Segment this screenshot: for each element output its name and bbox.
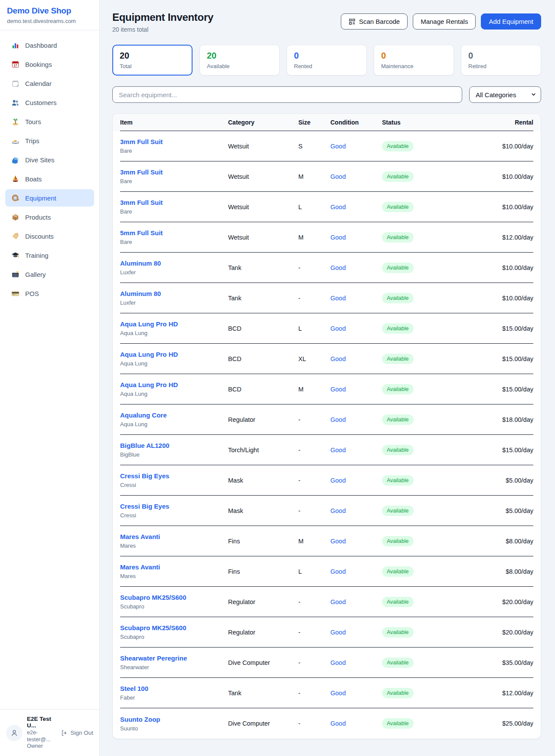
stat-card-rented[interactable]: 0 Rented	[287, 45, 367, 76]
cell-category: Mask	[228, 477, 298, 484]
status-badge: Available	[382, 475, 414, 486]
item-link[interactable]: Cressi Big Eyes	[120, 472, 169, 480]
sidebar-item-equipment[interactable]: Equipment	[5, 189, 94, 207]
cell-rental: $10.00/day	[447, 173, 533, 180]
item-link[interactable]: Aqua Lung Pro HD	[120, 351, 178, 358]
cell-size: -	[298, 264, 330, 271]
sidebar-item-pos[interactable]: POS	[5, 285, 94, 302]
item-link[interactable]: Aluminum 80	[120, 260, 161, 267]
condition-link[interactable]: Good	[330, 234, 346, 241]
condition-link[interactable]: Good	[330, 568, 346, 575]
sidebar-item-calendar[interactable]: Calendar	[5, 75, 94, 92]
cell-size: -	[298, 447, 330, 454]
item-link[interactable]: Cressi Big Eyes	[120, 503, 169, 510]
cell-size: -	[298, 295, 330, 302]
condition-link[interactable]: Good	[330, 295, 346, 302]
condition-link[interactable]: Good	[330, 416, 346, 423]
add-equipment-button[interactable]: Add Equipment	[481, 13, 541, 30]
cell-size: L	[298, 325, 330, 332]
condition-link[interactable]: Good	[330, 143, 346, 150]
stat-label: Available	[207, 63, 272, 69]
sidebar-item-trips[interactable]: Trips	[5, 132, 94, 149]
condition-link[interactable]: Good	[330, 173, 346, 180]
sidebar-item-gallery[interactable]: Gallery	[5, 266, 94, 283]
item-link[interactable]: Aqua Lung Pro HD	[120, 320, 178, 328]
status-badge: Available	[382, 445, 414, 455]
condition-link[interactable]: Good	[330, 629, 346, 636]
item-link[interactable]: Suunto Zoop	[120, 716, 160, 723]
item-link[interactable]: Scubapro MK25/S600	[120, 594, 186, 601]
condition-link[interactable]: Good	[330, 720, 346, 727]
table-row: BigBlue AL1200 BigBlue Torch/Light - Goo…	[120, 435, 533, 465]
stat-card-available[interactable]: 20 Available	[199, 45, 280, 76]
sidebar-item-boats[interactable]: Boats	[5, 170, 94, 187]
cell-size: -	[298, 416, 330, 423]
stat-card-total[interactable]: 20 Total	[112, 45, 193, 76]
sidebar-item-customers[interactable]: Customers	[5, 94, 94, 111]
condition-link[interactable]: Good	[330, 690, 346, 697]
sidebar-nav: Dashboard 17 Bookings Calendar Customers…	[0, 30, 99, 308]
condition-link[interactable]: Good	[330, 204, 346, 210]
item-link[interactable]: Shearwater Peregrine	[120, 654, 187, 662]
item-brand: Bare	[120, 178, 228, 184]
scan-barcode-button[interactable]: Scan Barcode	[341, 13, 408, 30]
status-badge: Available	[382, 202, 414, 212]
cell-size: -	[298, 720, 330, 727]
sidebar-item-bookings[interactable]: 17 Bookings	[5, 56, 94, 73]
condition-link[interactable]: Good	[330, 598, 346, 605]
cell-rental: $12.00/day	[447, 234, 533, 241]
item-link[interactable]: 3mm Full Suit	[120, 199, 163, 206]
stat-label: Retired	[468, 63, 534, 69]
item-link[interactable]: 3mm Full Suit	[120, 168, 163, 176]
condition-link[interactable]: Good	[330, 477, 346, 484]
item-link[interactable]: BigBlue AL1200	[120, 442, 170, 449]
sign-out-icon	[61, 730, 68, 736]
sidebar-item-discounts[interactable]: Discounts	[5, 227, 94, 245]
item-link[interactable]: Aqua Lung Pro HD	[120, 381, 178, 388]
item-link[interactable]: Aqualung Core	[120, 411, 167, 419]
category-select[interactable]: All Categories	[469, 86, 541, 103]
sidebar-item-dashboard[interactable]: Dashboard	[5, 36, 94, 54]
sidebar-item-training[interactable]: Training	[5, 247, 94, 264]
item-link[interactable]: Aluminum 80	[120, 290, 161, 297]
cell-category: Tank	[228, 264, 298, 271]
status-badge: Available	[382, 627, 414, 638]
sidebar-item-tours[interactable]: Tours	[5, 113, 94, 130]
condition-link[interactable]: Good	[330, 447, 346, 454]
item-brand: Faber	[120, 694, 228, 701]
item-link[interactable]: Mares Avanti	[120, 533, 160, 540]
item-link[interactable]: Mares Avanti	[120, 563, 160, 571]
sidebar-item-products[interactable]: Products	[5, 208, 94, 226]
condition-link[interactable]: Good	[330, 355, 346, 362]
table-row: Cressi Big Eyes Cressi Mask - Good Avail…	[120, 465, 533, 496]
item-link[interactable]: Scubapro MK25/S600	[120, 624, 186, 631]
user-section: E2E Test U... e2e-tester@... Owner Sign …	[0, 709, 99, 756]
stat-card-retired[interactable]: 0 Retired	[461, 45, 541, 76]
brand-title[interactable]: Demo Dive Shop	[7, 6, 92, 16]
table-row: 3mm Full Suit Bare Wetsuit L Good Availa…	[120, 192, 533, 222]
manage-rentals-button[interactable]: Manage Rentals	[413, 13, 476, 30]
condition-link[interactable]: Good	[330, 507, 346, 514]
cell-rental: $8.00/day	[447, 568, 533, 575]
item-link[interactable]: 5mm Full Suit	[120, 229, 163, 237]
sign-out-button[interactable]: Sign Out	[61, 730, 93, 736]
condition-link[interactable]: Good	[330, 659, 346, 666]
item-link[interactable]: 3mm Full Suit	[120, 138, 163, 145]
search-input[interactable]	[112, 86, 462, 103]
condition-link[interactable]: Good	[330, 264, 346, 271]
column-header-rental: Rental	[447, 119, 533, 126]
sidebar-item-dive-sites[interactable]: Dive Sites	[5, 151, 94, 168]
user-name: E2E Test U...	[27, 716, 56, 729]
item-link[interactable]: Steel 100	[120, 685, 148, 692]
stat-card-maintenance[interactable]: 0 Maintenance	[374, 45, 454, 76]
status-badge: Available	[382, 597, 414, 607]
condition-link[interactable]: Good	[330, 538, 346, 545]
column-header-item: Item	[120, 119, 228, 126]
user-info: E2E Test U... e2e-tester@... Owner	[27, 716, 56, 750]
calendar-date-icon: 17	[11, 60, 20, 69]
condition-link[interactable]: Good	[330, 325, 346, 332]
cell-rental: $35.00/day	[447, 659, 533, 666]
item-brand: Mares	[120, 542, 228, 549]
table-row: Aluminum 80 Luxfer Tank - Good Available…	[120, 253, 533, 283]
condition-link[interactable]: Good	[330, 386, 346, 393]
